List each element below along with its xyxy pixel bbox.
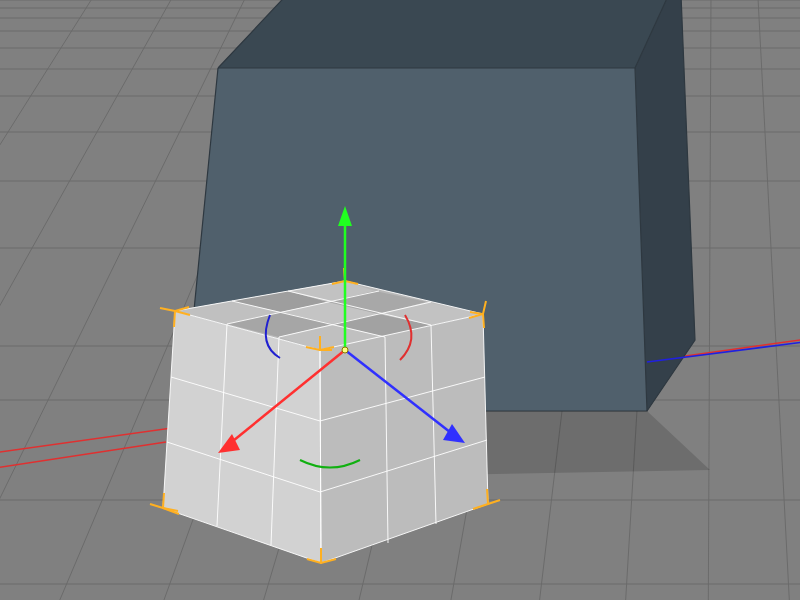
gizmo-origin[interactable] [342, 347, 348, 353]
viewport-3d[interactable] [0, 0, 800, 600]
small-cube[interactable] [150, 268, 500, 563]
large-cube-face-top [218, 0, 680, 68]
